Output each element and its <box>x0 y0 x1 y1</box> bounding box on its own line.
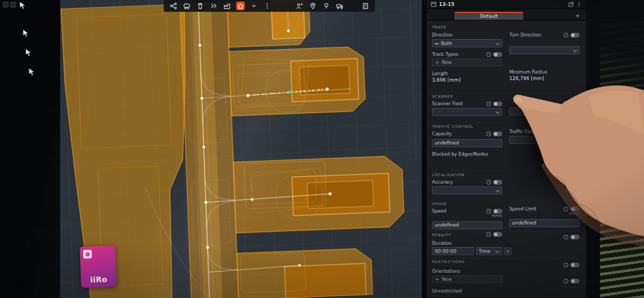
accuracy-row: Accuracy <box>432 179 502 185</box>
app-chip-icon[interactable] <box>10 2 16 8</box>
scanner-left-col: Scanner Field <box>432 99 502 116</box>
kiiro-logo-text: iiRo <box>80 275 116 285</box>
turn-direction-toggle[interactable] <box>570 33 580 38</box>
copy-icon[interactable] <box>568 2 574 7</box>
info-icon[interactable] <box>486 52 491 57</box>
delete-button[interactable] <box>196 2 204 10</box>
capacity-label: Capacity <box>432 131 484 136</box>
panel-header: 13-15 <box>427 0 586 9</box>
desktop-left-strip <box>0 0 60 298</box>
section-label: PENALTY <box>432 231 484 237</box>
share-button[interactable] <box>169 2 178 10</box>
fast-forward-icon <box>210 2 217 10</box>
building-button[interactable] <box>361 2 370 10</box>
accuracy-select[interactable] <box>432 186 502 194</box>
new-label: New <box>442 60 452 65</box>
cursor-icon <box>28 68 35 76</box>
expand-button[interactable] <box>250 2 258 10</box>
section-label: TRACK <box>432 24 580 30</box>
station-icon <box>223 2 231 10</box>
capacity-input[interactable] <box>432 139 502 147</box>
home-button[interactable] <box>236 2 245 10</box>
scanner-field-select[interactable] <box>432 108 502 116</box>
plus-icon: + <box>435 60 439 65</box>
chevron-down-icon <box>496 42 500 45</box>
track-types-toggle[interactable] <box>493 52 502 57</box>
duration-input[interactable] <box>432 247 474 255</box>
location-pin-icon <box>309 2 317 10</box>
fast-forward-button[interactable] <box>209 2 218 10</box>
direction-select[interactable]: ↔ Both <box>432 39 502 47</box>
track-types-new-button[interactable]: + New <box>432 59 502 66</box>
more-button[interactable] <box>263 2 272 10</box>
info-icon[interactable] <box>486 101 491 106</box>
station-button[interactable] <box>223 2 231 10</box>
cursor-icon <box>23 29 30 38</box>
direction-value: Both <box>441 41 494 46</box>
kiiro-logo-mark <box>83 250 92 259</box>
plus-icon: + <box>435 277 439 282</box>
cursor-icon <box>25 48 32 57</box>
speed-unit: mm/s <box>432 214 502 219</box>
share-icon <box>170 2 177 10</box>
location-button[interactable] <box>309 2 317 10</box>
speed-left-col: Speed mm/s <box>432 206 502 229</box>
info-icon[interactable] <box>564 33 568 38</box>
orientations-new-button[interactable]: + New <box>432 275 502 283</box>
info-icon[interactable] <box>486 232 491 237</box>
vehicle-button[interactable] <box>182 2 191 10</box>
chevron-down-icon <box>574 49 577 52</box>
orientations-label: Orientations <box>432 268 502 274</box>
traffic-left-col: Capacity Blocked by Edges/Nodes <box>432 129 502 157</box>
chevron-down-icon <box>250 2 258 10</box>
turn-direction-row: Turn Direction <box>509 32 580 38</box>
app-chip-icon[interactable] <box>3 2 9 8</box>
home-icon <box>237 2 244 10</box>
vehicle-icon <box>183 2 191 10</box>
duration-unit-value: Time <box>479 249 494 254</box>
speed-label: Speed <box>432 208 484 214</box>
localization-left-col: Accuracy <box>432 177 502 194</box>
track-types-label: Track Types <box>432 52 484 57</box>
panel-title: 13-15 <box>439 2 566 7</box>
pointing-hand <box>494 70 644 298</box>
length-value: 3,696 [mm] <box>432 77 502 83</box>
toggle-knob <box>571 33 575 37</box>
add-person-button[interactable] <box>295 2 304 10</box>
trash-icon <box>196 2 204 10</box>
new-label: New <box>442 277 452 282</box>
map-canvas[interactable]: iiRo <box>60 0 422 298</box>
blocked-label: Blocked by Edges/Nodes <box>432 151 502 157</box>
info-icon[interactable] <box>486 180 491 185</box>
capacity-row: Capacity <box>432 131 502 136</box>
building-icon <box>362 2 369 10</box>
track-types-row: Track Types <box>432 52 502 57</box>
map-toolbar <box>164 0 375 12</box>
idea-button[interactable] <box>322 2 331 10</box>
map-scene: iiRo <box>60 0 422 298</box>
direction-arrows-icon: ↔ <box>435 41 439 46</box>
scanner-field-row: Scanner Field <box>432 101 502 106</box>
length-label: Length <box>432 71 502 76</box>
add-tab-button[interactable]: + <box>574 12 582 20</box>
add-person-icon <box>296 2 303 10</box>
cursor-icon <box>19 1 26 10</box>
info-icon[interactable] <box>486 132 491 136</box>
panel-kebab-icon[interactable] <box>576 2 582 7</box>
truck-icon <box>336 2 343 10</box>
track-left-col: Direction ↔ Both Track Types <box>432 30 502 83</box>
photo-stage: iiRo <box>0 0 644 298</box>
panel-tabbar: Default + <box>427 9 586 20</box>
info-icon[interactable] <box>486 209 491 214</box>
truck-button[interactable] <box>335 2 344 10</box>
kebab-icon <box>264 2 271 10</box>
speed-input[interactable] <box>432 221 502 229</box>
turn-direction-label: Turn Direction <box>509 32 561 38</box>
kiiro-logo: iiRo <box>79 246 116 288</box>
turn-direction-select[interactable] <box>509 46 580 54</box>
direction-label: Direction <box>432 32 502 38</box>
scanner-field-label: Scanner Field <box>432 101 484 106</box>
penalty-header-row: PENALTY <box>432 231 502 237</box>
accuracy-label: Accuracy <box>432 179 484 185</box>
tab-default[interactable]: Default <box>455 12 523 20</box>
